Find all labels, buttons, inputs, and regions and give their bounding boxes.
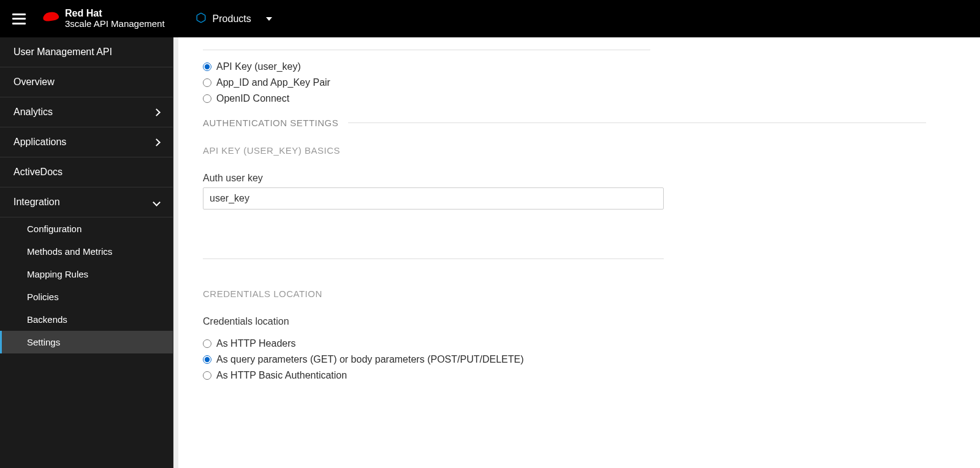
brand-title: Red Hat	[65, 9, 165, 19]
sidebar-item-label: Methods and Metrics	[27, 246, 112, 257]
sidebar-item-label: Overview	[13, 77, 55, 88]
auth-user-key-label: Auth user key	[203, 173, 980, 184]
sidebar-item-label: Integration	[13, 197, 60, 208]
chevron-right-icon	[154, 107, 159, 118]
auth-user-key-input[interactable]	[203, 187, 664, 209]
sidebar-item-overview[interactable]: Overview	[0, 67, 173, 97]
divider	[203, 259, 664, 259]
sidebar-item-label: Applications	[13, 137, 66, 148]
sidebar-item-label: Settings	[27, 337, 60, 347]
sidebar-item-analytics[interactable]: Analytics	[0, 97, 173, 127]
sidebar-item-label: Backends	[27, 314, 67, 325]
radio-input[interactable]	[203, 62, 211, 71]
sidebar-sub-configuration[interactable]: Configuration	[0, 217, 173, 240]
auth-method-group: API Key (user_key) App_ID and App_Key Pa…	[203, 61, 980, 104]
section-auth-settings: AUTHENTICATION SETTINGS	[203, 118, 926, 128]
radio-input[interactable]	[203, 94, 211, 103]
brand-subtitle: 3scale API Management	[65, 19, 165, 29]
sidebar-sub-backends[interactable]: Backends	[0, 308, 173, 331]
divider	[203, 50, 650, 50]
subsection-credentials-location: CREDENTIALS LOCATION	[203, 289, 980, 299]
sidebar-item-label: Analytics	[13, 107, 53, 118]
sidebar-item-label: ActiveDocs	[13, 167, 63, 178]
radio-input[interactable]	[203, 339, 211, 348]
radio-api-key[interactable]: API Key (user_key)	[203, 61, 980, 72]
credentials-location-label: Credentials location	[203, 316, 980, 327]
radio-app-id-key[interactable]: App_ID and App_Key Pair	[203, 77, 980, 88]
sidebar-item-activedocs[interactable]: ActiveDocs	[0, 157, 173, 187]
chevron-right-icon	[154, 137, 159, 148]
sidebar-sub-settings[interactable]: Settings	[0, 331, 173, 353]
sidebar-item-label: Mapping Rules	[27, 269, 88, 279]
radio-input[interactable]	[203, 371, 211, 380]
radio-input[interactable]	[203, 355, 211, 364]
subsection-api-key-basics: API KEY (USER_KEY) BASICS	[203, 145, 980, 156]
radio-label: As HTTP Headers	[216, 338, 296, 349]
sidebar-sub-methods-metrics[interactable]: Methods and Metrics	[0, 240, 173, 263]
nav-products[interactable]: Products	[196, 12, 272, 26]
sidebar-title[interactable]: User Management API	[0, 37, 173, 67]
scroll-gutter[interactable]	[173, 37, 178, 468]
radio-query-params[interactable]: As query parameters (GET) or body parame…	[203, 354, 980, 365]
sidebar-item-applications[interactable]: Applications	[0, 127, 173, 157]
main-content: API Key (user_key) App_ID and App_Key Pa…	[173, 37, 980, 468]
sidebar-sub-mapping-rules[interactable]: Mapping Rules	[0, 263, 173, 285]
redhat-logo-icon	[43, 12, 59, 25]
section-heading-label: AUTHENTICATION SETTINGS	[203, 118, 338, 128]
radio-input[interactable]	[203, 78, 211, 87]
radio-label: API Key (user_key)	[216, 61, 301, 72]
chevron-down-icon	[154, 197, 159, 208]
credentials-location-group: As HTTP Headers As query parameters (GET…	[203, 338, 980, 381]
radio-label: OpenID Connect	[216, 93, 289, 104]
sidebar-item-label: Configuration	[27, 224, 82, 234]
radio-label: As query parameters (GET) or body parame…	[216, 354, 523, 365]
sidebar-sub-policies[interactable]: Policies	[0, 285, 173, 308]
top-bar: Red Hat 3scale API Management Products	[0, 0, 980, 37]
sidebar-title-label: User Management API	[13, 47, 112, 58]
radio-http-headers[interactable]: As HTTP Headers	[203, 338, 980, 349]
sidebar-item-label: Policies	[27, 292, 59, 302]
radio-http-basic[interactable]: As HTTP Basic Authentication	[203, 370, 980, 381]
menu-icon[interactable]	[12, 13, 26, 25]
radio-label: As HTTP Basic Authentication	[216, 370, 347, 381]
products-icon	[196, 12, 207, 26]
brand[interactable]: Red Hat 3scale API Management	[43, 9, 165, 29]
sidebar-item-integration[interactable]: Integration	[0, 187, 173, 217]
radio-openid[interactable]: OpenID Connect	[203, 93, 980, 104]
radio-label: App_ID and App_Key Pair	[216, 77, 330, 88]
sidebar: User Management API Overview Analytics A…	[0, 37, 173, 468]
chevron-down-icon	[266, 17, 272, 21]
heading-line	[348, 123, 926, 123]
nav-products-label: Products	[213, 13, 251, 25]
